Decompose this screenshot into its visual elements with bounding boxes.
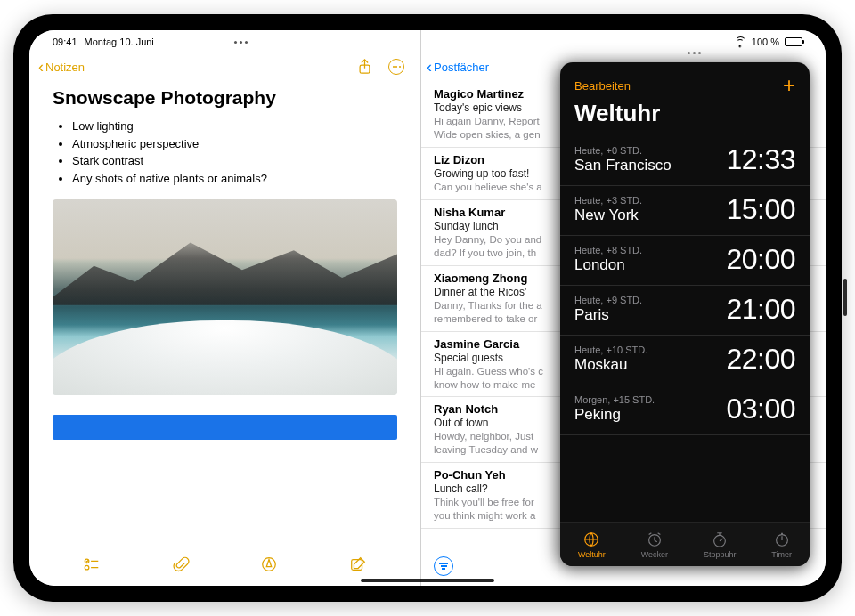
clock-offset: Heute, +10 STD. — [574, 344, 647, 355]
clock-time: 15:00 — [726, 193, 795, 226]
stopwatch-icon — [711, 531, 729, 548]
clock-row[interactable]: Heute, +3 STD. New York 15:00 — [560, 186, 810, 236]
attachment-button[interactable] — [172, 555, 190, 577]
clock-city: Moskau — [574, 356, 647, 374]
ipad-side-button — [843, 279, 847, 316]
clock-offset: Heute, +3 STD. — [574, 195, 642, 206]
clock-time: 03:00 — [726, 393, 795, 426]
new-note-button[interactable] — [349, 555, 367, 577]
markup-icon — [260, 555, 278, 573]
svg-point-2 — [85, 565, 89, 570]
tab-label: Stoppuhr — [704, 550, 737, 559]
timer-icon — [773, 531, 791, 548]
clock-time: 21:00 — [726, 293, 795, 326]
clock-time: 12:33 — [726, 143, 795, 176]
markup-button[interactable] — [260, 555, 278, 577]
notes-back-label: Notizen — [45, 61, 85, 74]
clock-row[interactable]: Heute, +8 STD. London 20:00 — [560, 236, 810, 286]
clock-app-slideover: Bearbeiten + Weltuhr Heute, +0 STD. San … — [560, 62, 810, 566]
clock-row[interactable]: Morgen, +15 STD. Peking 03:00 — [560, 385, 810, 435]
clock-title: Weltuhr — [560, 100, 810, 136]
chevron-left-icon: ‹ — [427, 59, 432, 75]
note-title[interactable]: Snowscape Photography — [53, 87, 397, 109]
clock-city: Paris — [574, 306, 642, 324]
list-item[interactable]: Stark contrast — [72, 152, 397, 170]
tab-label: Timer — [771, 550, 792, 559]
note-bullet-list[interactable]: Low lighting Atmospheric perspective Sta… — [53, 118, 397, 187]
clock-city: San Francisco — [574, 157, 672, 174]
ipad-device-frame: 09:41 Montag 10. Juni 100 % ‹ Notizen — [13, 14, 842, 602]
notes-app-pane: ‹ Notizen Snowscape Photography — [29, 30, 421, 586]
tab-alarm[interactable]: Wecker — [641, 531, 668, 559]
more-button[interactable] — [388, 59, 404, 75]
paperclip-icon — [172, 555, 190, 573]
clock-city: London — [574, 256, 642, 274]
clock-row[interactable]: Heute, +9 STD. Paris 21:00 — [560, 286, 810, 336]
notes-back-button[interactable]: ‹ Notizen — [38, 59, 85, 75]
home-indicator[interactable] — [361, 579, 494, 582]
clock-row[interactable]: Heute, +0 STD. San Francisco 12:33 — [560, 136, 810, 186]
clock-offset: Morgen, +15 STD. — [574, 394, 655, 405]
tab-world-clock[interactable]: Weltuhr — [578, 531, 606, 559]
clock-offset: Heute, +9 STD. — [574, 295, 642, 305]
compose-icon — [349, 555, 367, 573]
clock-time: 22:00 — [726, 343, 795, 376]
filter-icon — [439, 563, 448, 570]
mail-filter-button[interactable] — [434, 556, 453, 576]
note-image[interactable] — [53, 199, 397, 395]
status-bar: 09:41 Montag 10. Juni 100 % — [29, 30, 826, 53]
battery-percent: 100 % — [752, 36, 779, 47]
world-clock-list[interactable]: Heute, +0 STD. San Francisco 12:33 Heute… — [560, 136, 810, 522]
clock-edit-button[interactable]: Bearbeiten — [574, 79, 631, 93]
clock-row[interactable]: Heute, +10 STD. Moskau 22:00 — [560, 336, 810, 385]
share-icon — [358, 59, 371, 75]
list-item[interactable]: Any shots of native plants or animals? — [72, 170, 397, 188]
checklist-icon — [83, 555, 101, 573]
mail-back-label: Postfächer — [434, 61, 489, 74]
list-item[interactable]: Low lighting — [72, 118, 397, 135]
ellipsis-icon — [393, 66, 401, 68]
share-button[interactable] — [356, 59, 372, 75]
clock-tab-bar: Weltuhr Wecker Sto — [560, 522, 810, 566]
battery-icon — [785, 37, 802, 46]
note-selection-block[interactable] — [53, 415, 397, 440]
status-date: Montag 10. Juni — [85, 36, 154, 47]
clock-offset: Heute, +8 STD. — [574, 245, 642, 255]
mail-back-button[interactable]: ‹ Postfächer — [427, 59, 489, 75]
globe-icon — [582, 531, 600, 548]
status-time: 09:41 — [53, 36, 77, 47]
ipad-screen: 09:41 Montag 10. Juni 100 % ‹ Notizen — [29, 30, 826, 586]
alarm-icon — [646, 531, 664, 548]
wifi-icon — [735, 38, 746, 46]
clock-offset: Heute, +0 STD. — [574, 145, 672, 156]
checklist-button[interactable] — [83, 555, 101, 577]
tab-label: Wecker — [641, 550, 668, 559]
tab-stopwatch[interactable]: Stoppuhr — [704, 531, 737, 559]
clock-add-button[interactable]: + — [783, 75, 795, 96]
clock-time: 20:00 — [726, 243, 795, 276]
clock-city: New York — [574, 207, 642, 224]
clock-city: Peking — [574, 406, 655, 424]
tab-timer[interactable]: Timer — [771, 531, 792, 559]
plus-icon: + — [783, 73, 795, 97]
chevron-left-icon: ‹ — [38, 59, 44, 75]
multitask-dots-icon[interactable] — [234, 41, 248, 44]
list-item[interactable]: Atmospheric perspective — [72, 135, 397, 153]
tab-label: Weltuhr — [578, 550, 606, 559]
